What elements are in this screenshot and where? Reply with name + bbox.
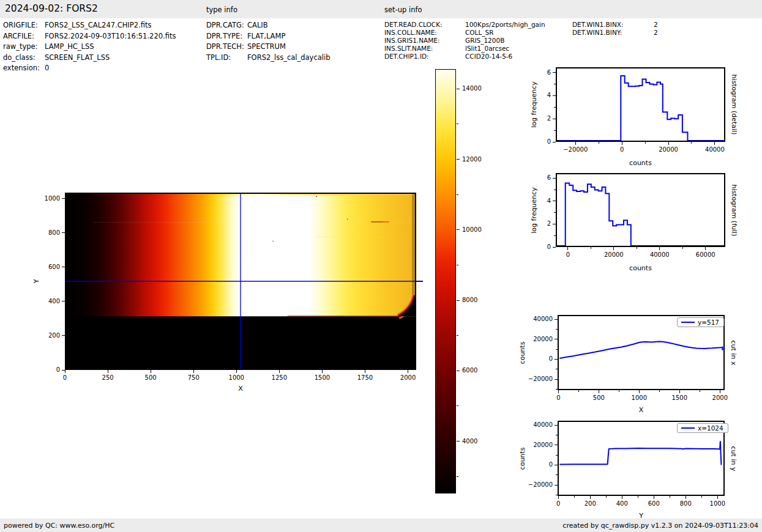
x-minor-tick [599,142,599,144]
legend: y=517 [677,317,724,327]
info-value: 0 [45,64,49,72]
info-value: LAMP_HC_LSS [45,42,94,51]
x-tick [679,390,680,393]
x-tick-label: 0 [603,146,640,153]
crosshair-overshoot [416,281,423,282]
y-tick [553,142,556,142]
y-tick-label: 200 [29,332,60,339]
qc-report-page: 2024-09-02: FORS2 type info set-up info … [0,0,762,532]
x-tick-label: 0 [47,374,83,381]
y-minor-tick [556,369,558,369]
colorbar-tick [457,441,460,441]
x-minor-tick [700,390,700,392]
x-tick [639,390,640,393]
colorbar-tick-label: 14000 [462,85,499,92]
y-minor-tick [554,190,556,190]
y-tick-label: 400 [29,298,60,305]
header-bar: 2024-09-02: FORS2 type info set-up info [0,0,762,18]
x-tick-label: 1000 [699,500,736,507]
y-tick-label: 6 [520,69,551,76]
info-row: raw_type:LAMP_HC_LSS [3,42,176,53]
x-tick-label: 1750 [346,374,383,381]
info-label: INS.GRIS1.NAME: [384,37,465,45]
hist_full-canvas [557,174,724,246]
x-tick-label: 0 [550,251,586,258]
info-value: FORS2_lss_cal_daycalib [247,53,330,62]
info-row: DPR.CATG:CALIB [206,20,330,31]
x-minor-tick [645,142,646,144]
x-minor-tick [574,496,575,498]
x-tick-label: 800 [667,500,704,507]
info-value: CCID20-14-5-6 [465,53,512,60]
y-tick-label: 40000 [522,316,553,322]
y-minor-tick [556,435,558,435]
y-tick-label: 0 [520,243,551,250]
legend-line-sample [681,427,695,429]
x-tick-label: 1500 [304,374,340,381]
info-value: COLL_SR [465,29,494,36]
x-minor-tick [619,390,619,392]
x-tick [567,247,568,250]
x-minor-tick [578,390,579,392]
y-minor-tick [554,235,556,236]
x-tick [558,390,559,393]
y-minor-tick [556,475,558,475]
x-minor-tick [670,496,670,498]
x-minor-tick [591,247,591,249]
info-row: DPR.TYPE:FLAT,LAMP [206,31,330,42]
y-tick [555,445,558,445]
x-axis-label: X [216,385,265,393]
info-row: extension:0 [3,63,176,74]
x-tick-label: 0 [540,394,577,401]
x-tick [714,142,715,145]
info-row: DET.WIN1.BINY:2 [572,29,658,37]
info-value: SCREEN_FLAT_LSS [45,53,110,62]
y-tick [62,335,65,336]
x-tick [705,247,706,250]
info-label: TPL.ID: [206,53,247,64]
x-tick [590,496,591,499]
info-label: ARCFILE: [3,31,45,42]
x-tick [365,370,365,373]
y-tick-label: 20000 [522,441,553,448]
y-minor-tick [556,329,558,330]
x-tick [322,370,323,373]
x-tick-label: 60000 [687,251,724,258]
plot-hist_detail [556,67,725,142]
y-tick-label: 40000 [522,421,553,428]
x-tick [279,370,280,373]
y-minor-tick [554,107,556,108]
colorbar-tick [457,159,460,160]
y-tick [62,370,65,371]
info-value: SPECTRUM [247,42,286,51]
y-tick [62,301,65,301]
y-tick [62,232,65,233]
legend: x=1024 [677,423,728,433]
colorbar-tick [457,229,460,230]
x-tick [236,370,237,373]
info-value: FLAT,LAMP [247,32,285,40]
x-tick [151,370,151,373]
y-tick [553,95,556,96]
y-tick [555,485,558,486]
setup-info-block-2: DET.WIN1.BINX:2 DET.WIN1.BINY:2 [572,21,658,37]
x-tick-label: 1250 [261,374,297,381]
y-tick-label: 0 [29,366,60,373]
hot-pixel [347,219,348,220]
y-axis-label: log frequency [530,81,538,127]
info-row: DPR.TECH:SPECTRUM [206,42,330,53]
info-value: FORS2.2024-09-03T10:16:51.220.fits [45,32,176,40]
info-label: DPR.TECH: [206,42,247,53]
cut_y-series-line [559,441,722,465]
colorbar-tick [457,300,460,301]
x-tick-label: −20000 [557,146,594,153]
info-label: DET.READ.CLOCK: [384,21,465,29]
top-edge-stripe [92,194,415,195]
x-tick-label: 400 [603,500,640,507]
x-axis-label: X [617,406,666,414]
x-tick-label: 1500 [661,394,698,401]
x-tick-label: 1000 [621,394,657,401]
info-value: 2 [654,29,658,36]
info-label: DET.CHIP1.ID: [384,53,465,61]
colorbar-tick-label: 8000 [462,297,499,303]
